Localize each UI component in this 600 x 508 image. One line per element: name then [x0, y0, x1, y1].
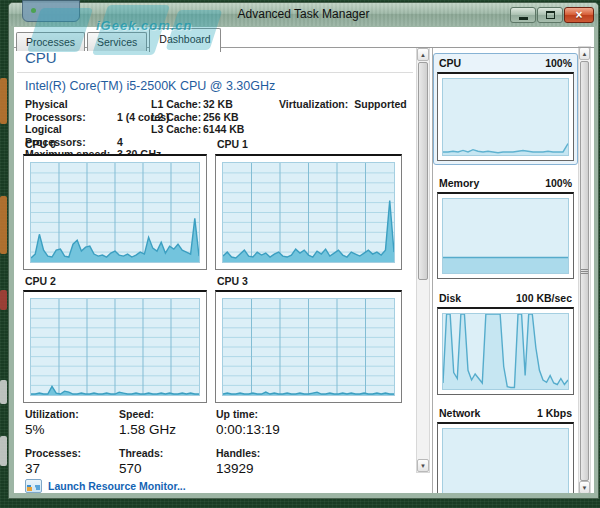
- desktop-icon-fragment: [0, 380, 7, 404]
- sidebar-scrollbar[interactable]: ▲ ▼: [578, 46, 591, 493]
- launch-resource-monitor-link[interactable]: Launch Resource Monitor...: [25, 479, 186, 493]
- cpu3-plot: [222, 298, 395, 396]
- stat-value: 570: [119, 461, 176, 476]
- main-scrollbar[interactable]: ▲ ▼: [416, 47, 430, 473]
- spec-label: L3 Cache:: [151, 123, 203, 136]
- cpu3-graph: [215, 290, 402, 403]
- spec-value: 4: [117, 136, 123, 149]
- stat-value: 5%: [25, 422, 81, 437]
- desktop-icon-fragment: [0, 196, 7, 254]
- network-graph: [437, 422, 574, 493]
- sidebar-panel-cpu[interactable]: CPU 100%: [433, 53, 578, 165]
- stat-label: Handles:: [216, 447, 280, 459]
- watermark-dot-icon: [31, 8, 36, 13]
- cpu0-graph: [23, 154, 207, 270]
- memory-graph: [437, 192, 574, 279]
- sidebar-scroll-up-button[interactable]: ▲: [579, 47, 590, 60]
- sidebar-scroll-down-button[interactable]: ▼: [579, 481, 590, 493]
- sidebar-panel-label: Network: [439, 407, 480, 419]
- cpu1-label: CPU 1: [217, 138, 248, 150]
- maximize-icon: [546, 11, 555, 19]
- scroll-up-button[interactable]: ▲: [417, 48, 429, 61]
- link-label: Launch Resource Monitor...: [48, 480, 186, 492]
- network-plot: [442, 428, 569, 493]
- cpu-overall-graph: [437, 72, 574, 161]
- cpu-overall-plot: [442, 78, 569, 156]
- stats-column-3: Up time: 0:00:13:19 Handles: 13929: [216, 408, 280, 486]
- sidebar-scrollbar-thumb[interactable]: [580, 61, 589, 481]
- maximize-button[interactable]: [537, 7, 563, 23]
- minimize-icon: [519, 17, 528, 20]
- thumb-grip-icon: [581, 269, 588, 274]
- spec-value: 32 KB: [203, 98, 233, 111]
- cpu0-label: CPU 0: [25, 138, 56, 150]
- watermark-site-text: iGeek.com.cn: [96, 18, 193, 33]
- minimize-button[interactable]: [510, 7, 536, 23]
- sidebar-panel-disk[interactable]: Disk 100 KB/sec: [433, 288, 578, 399]
- stat-value: 37: [25, 461, 81, 476]
- cpu2-label: CPU 2: [25, 275, 56, 287]
- stat-value: 1.58 GHz: [119, 422, 176, 437]
- sidebar-panel-scale: 100%: [545, 57, 572, 69]
- stat-value: 13929: [216, 461, 280, 476]
- spec-value: Supported: [354, 98, 407, 111]
- main-scrollbar-thumb[interactable]: [418, 62, 428, 280]
- sidebar-panel-scale: 100%: [545, 177, 572, 189]
- stat-label: Processes:: [25, 447, 81, 459]
- scroll-down-icon: ▼: [582, 485, 588, 491]
- cpu2-plot: [30, 298, 200, 396]
- sidebar-panel-label: CPU: [439, 57, 461, 69]
- close-icon: ×: [575, 9, 582, 21]
- stats-column-2: Speed: 1.58 GHz Threads: 570: [119, 408, 176, 486]
- spec-label: L2 Cache:: [151, 111, 203, 124]
- spec-label: Virtualization:: [279, 98, 348, 111]
- desktop: Advanced Task Manager × Processes Servic…: [0, 0, 600, 508]
- desktop-icon-fragment: [0, 78, 7, 124]
- stats-column-1: Utilization: 5% Processes: 37: [25, 408, 81, 486]
- scroll-up-icon: ▲: [582, 51, 588, 57]
- stat-label: Speed:: [119, 408, 176, 420]
- stat-value: 0:00:13:19: [216, 422, 280, 437]
- sidebar-panel-scale: 1 Kbps: [537, 407, 572, 419]
- sidebar-panel-scale: 100 KB/sec: [516, 292, 572, 304]
- sidebar-panel-network[interactable]: Network 1 Kbps: [433, 403, 578, 493]
- spec-value: 256 KB: [203, 111, 239, 124]
- resource-monitor-icon: [25, 479, 42, 493]
- cpu0-plot: [30, 162, 200, 263]
- scroll-down-button[interactable]: ▼: [417, 459, 429, 472]
- cpu1-graph: [215, 154, 402, 270]
- client-area: Processes Services Dashboard CPU Intel(R…: [14, 27, 594, 493]
- disk-plot: [442, 313, 569, 390]
- scroll-up-icon: ▲: [420, 52, 426, 58]
- sidebar-panel-memory[interactable]: Memory 100%: [433, 173, 578, 283]
- cpu2-graph: [23, 290, 207, 403]
- close-button[interactable]: ×: [564, 7, 594, 23]
- desktop-icon-fragment: [0, 290, 7, 310]
- section-rule: [17, 72, 413, 73]
- scroll-down-icon: ▼: [420, 463, 426, 469]
- stat-label: Utilization:: [25, 408, 81, 420]
- sidebar-panel-label: Disk: [439, 292, 461, 304]
- spec-label: L1 Cache:: [151, 98, 203, 111]
- task-manager-window: Advanced Task Manager × Processes Servic…: [8, 2, 599, 499]
- spec-label: Physical Processors:: [25, 98, 117, 123]
- disk-graph: [437, 307, 574, 395]
- spec-column-3: Virtualization:Supported: [279, 98, 409, 111]
- window-controls: ×: [510, 7, 594, 23]
- stat-label: Threads:: [119, 447, 176, 459]
- spec-value: 6144 KB: [203, 123, 244, 136]
- cpu3-label: CPU 3: [217, 275, 248, 287]
- sidebar-panel-label: Memory: [439, 177, 479, 189]
- memory-plot: [442, 198, 569, 274]
- cpu1-plot: [222, 162, 395, 263]
- desktop-icon-fragment: [0, 436, 7, 466]
- spec-column-2: L1 Cache:32 KB L2 Cache:256 KB L3 Cache:…: [151, 98, 266, 136]
- cpu-name: Intel(R) Core(TM) i5-2500K CPU @ 3.30GHz: [25, 79, 275, 93]
- stat-label: Up time:: [216, 408, 280, 420]
